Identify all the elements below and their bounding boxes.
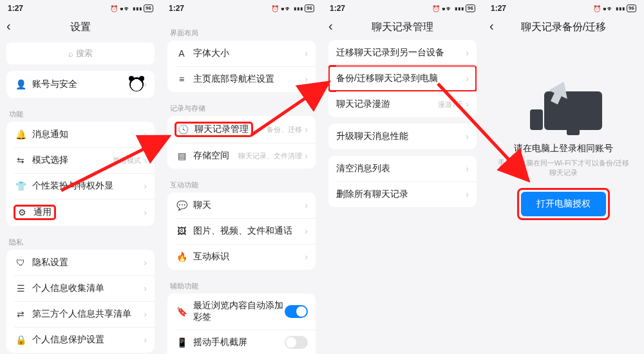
phone-general: 1:27 ⏰ ⌨ ᯤ ▮▮▮ 96 界面布局 A 字体大小 › ≡ 主页底部导航… [161, 0, 322, 354]
backup-illustration [525, 79, 602, 130]
chevron-right-icon: › [305, 200, 308, 210]
list-icon: ☰ [14, 283, 27, 293]
bell-icon: 🔔 [14, 129, 27, 140]
row-privacy-settings[interactable]: 🛡 隐私设置 › [6, 250, 155, 275]
chat-icon: 💬 [175, 200, 188, 210]
lock-icon: 🔒 [14, 335, 27, 345]
row-info-protection[interactable]: 🔒 个人信息保护设置 › [6, 327, 155, 353]
row-bottom-nav[interactable]: ≡ 主页底部导航栏设置 › [167, 66, 316, 92]
row-chat-log-manage[interactable]: 🕓 聊天记录管理 备份、迁移 › [167, 116, 316, 143]
row-delete-all[interactable]: 删除所有聊天记录 › [328, 182, 477, 207]
section-assist: 辅助功能 [161, 276, 322, 293]
row-clear-list[interactable]: 清空消息列表 › [328, 156, 477, 182]
chevron-right-icon: › [305, 252, 308, 262]
chevron-right-icon: › [305, 124, 308, 135]
toggle-on[interactable] [285, 305, 308, 318]
row-auto-tag[interactable]: 🔖 最近浏览内容自动添加彩签 [167, 293, 316, 330]
phone-icon [530, 109, 543, 130]
storage-icon: ▤ [175, 151, 188, 161]
row-interact-ident[interactable]: 🔥 互动标识 › [167, 244, 316, 270]
status-time: 1:27 [330, 4, 345, 13]
status-icons: ⏰ ⌨ ᯤ ▮▮▮ 96 [593, 5, 636, 12]
chevron-right-icon: › [466, 48, 469, 58]
panda-icon [129, 77, 144, 91]
section-privacy: 隐私 [0, 232, 161, 250]
section-function: 功能 [0, 104, 161, 122]
status-time: 1:27 [8, 4, 23, 13]
row-upgrade-perf[interactable]: 升级聊天消息性能 › [328, 124, 477, 149]
row-font-size[interactable]: A 字体大小 › [167, 41, 316, 66]
back-button[interactable]: ‹ [6, 19, 11, 32]
chevron-right-icon: › [144, 207, 147, 218]
section-interact: 互动功能 [161, 175, 322, 192]
share-icon: ⇄ [14, 309, 27, 319]
status-icons: ⏰ ⌨ ᯤ ▮▮▮ 96 [110, 5, 153, 12]
chevron-right-icon: › [144, 129, 147, 140]
row-third-party-share[interactable]: ⇄ 第三方个人信息共享清单 › [6, 301, 155, 327]
tag-icon: 🔖 [175, 306, 188, 317]
toggle-off[interactable] [285, 336, 308, 349]
chevron-right-icon: › [466, 189, 469, 200]
search-input[interactable]: ⌕ 搜索 [6, 42, 155, 64]
sliders-icon: ⚙ [15, 207, 28, 218]
row-storage-space[interactable]: ▤ 存储空间 聊天记录、文件清理 › [167, 143, 316, 169]
chevron-right-icon: › [144, 309, 147, 319]
phone-chatlog-manage: 1:27 ⏰ ⌨ ᯤ ▮▮▮ 96 ‹ 聊天记录管理 迁移聊天记录到另一台设备 … [322, 0, 483, 354]
shirt-icon: 👕 [14, 181, 27, 191]
navbar: ‹ 聊天记录备份/迁移 [483, 14, 644, 40]
clock-icon: 🕓 [176, 124, 189, 135]
chevron-right-icon: › [466, 163, 469, 174]
chevron-right-icon: › [466, 73, 469, 84]
chevron-right-icon: › [305, 151, 308, 161]
menu-icon: ≡ [175, 74, 188, 84]
highlight-box: 打开电脑授权 [517, 188, 610, 220]
back-button[interactable]: ‹ [489, 19, 494, 32]
row-mode-select[interactable]: ⇆ 模式选择 普通模式 › [6, 147, 155, 173]
row-migrate-device[interactable]: 迁移聊天记录到另一台设备 › [328, 40, 477, 66]
page-title: 聊天记录备份/迁移 [521, 21, 606, 34]
navbar: ‹ 设置 [0, 14, 161, 40]
shield-icon: 🛡 [14, 257, 27, 268]
chevron-right-icon: › [305, 74, 308, 84]
fire-icon: 🔥 [175, 252, 188, 262]
battery-icon: 96 [305, 5, 314, 12]
row-backup-to-pc[interactable]: 备份/迁移聊天记录到电脑 › [328, 66, 477, 91]
row-roaming[interactable]: 聊天记录漫游 漫游7天 › [328, 91, 477, 117]
backup-heading: 请在电脑上登录相同账号 [483, 143, 644, 154]
open-pc-auth-button[interactable]: 打开电脑授权 [521, 192, 606, 216]
chevron-right-icon: › [144, 181, 147, 191]
battery-icon: 96 [466, 5, 475, 12]
chevron-right-icon: › [466, 131, 469, 142]
chevron-right-icon: › [144, 335, 147, 345]
chevron-right-icon: › [466, 99, 469, 109]
image-icon: 🖼 [175, 226, 188, 236]
row-shake-screenshot[interactable]: 📱 摇动手机截屏 [167, 330, 316, 354]
battery-icon: 96 [144, 5, 153, 12]
font-icon: A [175, 48, 188, 59]
row-general[interactable]: ⚙ 通用 › [6, 199, 155, 226]
row-media-files[interactable]: 🖼 图片、视频、文件和通话 › [167, 218, 316, 244]
status-time: 1:27 [491, 4, 506, 13]
search-icon: ⌕ [68, 49, 73, 59]
row-info-collection[interactable]: ☰ 个人信息收集清单 › [6, 275, 155, 301]
phone-backup-migrate: 1:27 ⏰ ⌨ ᯤ ▮▮▮ 96 ‹ 聊天记录备份/迁移 请在电脑上登录相同账… [483, 0, 644, 354]
chevron-right-icon: › [144, 155, 147, 165]
status-bar: 1:27 ⏰ ⌨ ᯤ ▮▮▮ 96 [161, 0, 322, 14]
row-dressup[interactable]: 👕 个性装扮与特权外显 › [6, 173, 155, 199]
chevron-right-icon: › [144, 283, 147, 293]
backup-subtext: 手机和电脑在同一Wi-Fi下才可以备份/迁移聊天记录 [483, 158, 644, 178]
battery-icon: 96 [627, 5, 636, 12]
status-bar: 1:27 ⏰ ⌨ ᯤ ▮▮▮ 96 [322, 0, 483, 14]
chevron-right-icon: › [144, 257, 147, 268]
row-notifications[interactable]: 🔔 消息通知 › [6, 122, 155, 147]
section-storage: 记录与存储 [161, 98, 322, 116]
chevron-right-icon: › [144, 79, 147, 89]
phone-settings: 1:27 ⏰ ⌨ ᯤ ▮▮▮ 96 ‹ 设置 ⌕ 搜索 👤 账号与安全 › 功能 [0, 0, 161, 354]
row-account-security[interactable]: 👤 账号与安全 › [6, 71, 155, 98]
row-chat[interactable]: 💬 聊天 › [167, 192, 316, 218]
navbar: ‹ 聊天记录管理 [322, 14, 483, 40]
status-icons: ⏰ ⌨ ᯤ ▮▮▮ 96 [432, 5, 475, 12]
back-button[interactable]: ‹ [328, 19, 333, 32]
page-title: 设置 [70, 21, 91, 34]
swap-icon: ⇆ [14, 155, 27, 165]
